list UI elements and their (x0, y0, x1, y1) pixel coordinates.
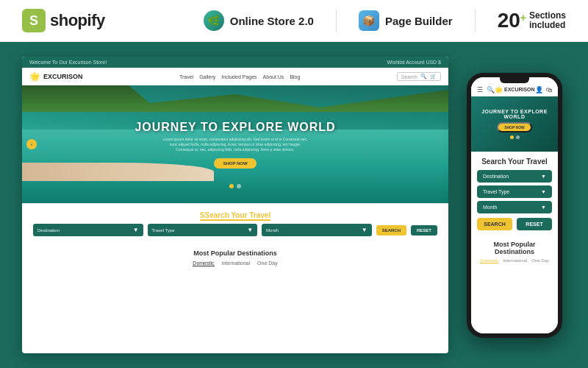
hero-shop-now-button[interactable]: SHOP NOW (214, 158, 256, 169)
phone-notch (500, 77, 529, 83)
mockup-search-bar[interactable]: Search 🔍 🛒 (397, 72, 441, 81)
nav-included[interactable]: Included Pages (221, 74, 257, 79)
phone-destination-select[interactable]: Destination ▼ (477, 170, 552, 183)
sections-plus: + (520, 12, 526, 24)
excurison-logo-icon: 🌟 (29, 71, 40, 82)
search-placeholder: Search (401, 74, 417, 79)
hero-prev-arrow[interactable]: ‹ (26, 139, 37, 149)
phone-cart-icon[interactable]: 🛍 (546, 86, 553, 93)
phone-logo-text: EXCURISON (504, 87, 535, 92)
online-store-badge: 🌿 Online Store 2.0 (204, 10, 314, 31)
destination-label: Destination (37, 228, 60, 233)
phone-menu-icon[interactable]: ☰ (477, 86, 483, 93)
phone-user-icons: 👤 🛍 (535, 86, 553, 93)
reset-button[interactable]: RESET (411, 225, 437, 236)
nav-travel[interactable]: Travel (179, 74, 193, 79)
hero-dot-1 (229, 184, 234, 188)
cart-icon: 🛒 (430, 74, 437, 79)
mockup-logo: 🌟 EXCURISON (29, 71, 83, 82)
top-badges: 🌿 Online Store 2.0 📦 Page Builder 20 + S… (204, 10, 566, 32)
mockup-search-title: SSearch Your Travel (33, 211, 437, 219)
mockup-nav-links: Travel Gallery Included Pages About Us B… (179, 74, 300, 79)
mockup-logo-bar: 🌟 EXCURISON Travel Gallery Included Page… (22, 68, 448, 85)
main-container: S shopify 🌿 Online Store 2.0 📦 Page Buil… (0, 0, 588, 368)
mockup-search-row: Destination ▼ Travel Type ▼ Month ▼ SEAR… (33, 224, 437, 236)
phone-popular-tabs: Domestic International One Day (477, 258, 552, 263)
phone-search-icon[interactable]: 🔍 (487, 86, 495, 93)
sections-word2: included (529, 21, 566, 30)
phone-user-icon[interactable]: 👤 (535, 86, 543, 93)
tab-domestic[interactable]: Domestic (193, 261, 214, 266)
phone-dot-2 (516, 135, 520, 139)
travel-type-label: Travel Type (152, 228, 175, 233)
hero-subtitle: Lorem ipsum dolor sit amet, consectetur … (162, 137, 309, 152)
phone-month-select[interactable]: Month ▼ (477, 201, 552, 213)
mockup-popular-section: Most Popular Destinations Domestic Inter… (22, 244, 448, 353)
phone-tab-international[interactable]: International (503, 258, 527, 263)
nav-links-text: Wishlist Account USD $ (387, 60, 441, 65)
phone-search-section: Search Your Travel Destination ▼ Travel … (471, 152, 558, 236)
page-builder-icon: 📦 (359, 10, 379, 31)
phone-hero: JOURNEY TO EXPLORE WORLD SHOP NOW (471, 96, 558, 152)
shopify-label: shopify (50, 11, 105, 30)
mockup-search-section: SSearch Your Travel Destination ▼ Travel… (22, 203, 448, 244)
phone-mockup: ☰ 🔍 🌟 EXCURISON 👤 🛍 (463, 57, 566, 353)
phone-logo: 🌟 EXCURISON (495, 86, 535, 93)
hero-dots (229, 184, 241, 188)
mockup-announcement-bar: Welcome To Our Excurison Store! Wishlist… (22, 57, 448, 68)
nav-about[interactable]: About Us (263, 74, 284, 79)
tab-international[interactable]: International (222, 261, 251, 266)
nav-gallery[interactable]: Gallery (199, 74, 215, 79)
travel-type-select[interactable]: Travel Type ▼ (148, 224, 258, 236)
phone-search-btns: SEARCH RESET (477, 218, 552, 230)
tab-one-day[interactable]: One Day (257, 261, 278, 266)
shopify-logo: S shopify (22, 9, 105, 32)
phone-popular-section: Most Popular Destinations Domestic Inter… (471, 236, 558, 333)
popular-tabs: Domestic International One Day (33, 261, 437, 266)
divider-1 (336, 10, 337, 32)
content-area: Welcome To Our Excurison Store! Wishlist… (0, 42, 588, 368)
month-chevron-icon: ▼ (362, 227, 368, 233)
excurison-logo-text: EXCURISON (43, 73, 83, 80)
phone-travel-type-select[interactable]: Travel Type ▼ (477, 185, 552, 198)
phone-month-chevron-icon: ▼ (541, 205, 546, 210)
phone-hero-title: JOURNEY TO EXPLORE WORLD (471, 109, 558, 119)
search-button[interactable]: SEARCH (376, 225, 406, 236)
phone-logo-icon: 🌟 (495, 86, 503, 93)
phone-reset-button[interactable]: RESET (517, 218, 552, 230)
hero-dot-2 (237, 184, 241, 188)
phone-destination-label: Destination (483, 174, 509, 179)
online-store-icon: 🌿 (204, 10, 224, 31)
destination-select[interactable]: Destination ▼ (33, 224, 143, 236)
phone-tab-one-day[interactable]: One Day (531, 258, 549, 263)
mockup-hero: JOURNEY TO EXPLORE WORLD Lorem ipsum dol… (22, 85, 448, 203)
page-builder-badge: 📦 Page Builder (359, 10, 453, 31)
phone-hero-btn[interactable]: SHOP NOW (497, 122, 532, 132)
month-select[interactable]: Month ▼ (262, 224, 372, 236)
phone-dot-1 (510, 135, 514, 139)
destination-chevron-icon: ▼ (133, 227, 139, 233)
travel-type-chevron-icon: ▼ (247, 227, 253, 233)
divider-2 (475, 10, 476, 32)
phone-search-title: Search Your Travel (477, 158, 552, 166)
top-bar: S shopify 🌿 Online Store 2.0 📦 Page Buil… (0, 0, 588, 42)
phone-popular-title: Most Popular Destinations (477, 241, 552, 255)
online-store-label: Online Store 2.0 (230, 15, 314, 27)
sections-number: 20 (498, 10, 520, 31)
phone-search-button[interactable]: SEARCH (477, 218, 512, 230)
phone-nav-icons: ☰ 🔍 (477, 86, 495, 93)
phone-destination-chevron-icon: ▼ (541, 174, 546, 179)
phone-inner: ☰ 🔍 🌟 EXCURISON 👤 🛍 (471, 77, 558, 333)
month-label: Month (266, 228, 279, 233)
phone-tab-domestic[interactable]: Domestic (480, 258, 498, 263)
sections-words: Sections included (529, 11, 566, 30)
search-icon: 🔍 (420, 74, 427, 79)
phone-outer: ☰ 🔍 🌟 EXCURISON 👤 🛍 (467, 73, 562, 338)
phone-hero-dots (510, 135, 520, 139)
nav-blog[interactable]: Blog (290, 74, 300, 79)
phone-month-label: Month (483, 205, 497, 210)
shopify-bag-icon: S (22, 9, 46, 32)
hero-title: JOURNEY TO EXPLORE WORLD (135, 121, 335, 134)
phone-travel-type-chevron-icon: ▼ (541, 189, 546, 194)
phone-travel-type-label: Travel Type (483, 189, 509, 194)
